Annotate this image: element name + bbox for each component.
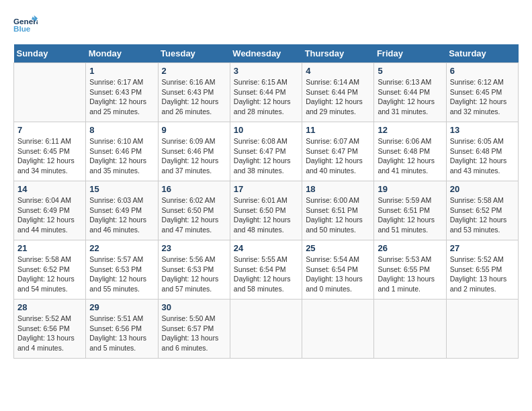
day-info: Sunrise: 5:58 AM Sunset: 6:52 PM Dayligh… <box>17 255 82 294</box>
calendar-cell: 9Sunrise: 6:09 AM Sunset: 6:46 PM Daylig… <box>158 122 230 181</box>
day-number: 7 <box>17 125 82 135</box>
day-number: 30 <box>162 302 226 312</box>
day-info: Sunrise: 6:00 AM Sunset: 6:51 PM Dayligh… <box>306 195 370 235</box>
day-number: 29 <box>89 302 154 312</box>
day-number: 8 <box>89 125 154 135</box>
calendar-cell: 3Sunrise: 6:15 AM Sunset: 6:44 PM Daylig… <box>230 63 302 122</box>
calendar-cell: 20Sunrise: 5:58 AM Sunset: 6:52 PM Dayli… <box>446 181 518 240</box>
header-friday: Friday <box>374 44 446 63</box>
page-header: General Blue <box>13 13 519 38</box>
day-number: 22 <box>89 243 154 253</box>
calendar-week-row: 7Sunrise: 6:11 AM Sunset: 6:45 PM Daylig… <box>14 122 519 181</box>
header-wednesday: Wednesday <box>230 44 302 63</box>
day-number: 23 <box>162 243 226 253</box>
day-number: 9 <box>162 125 226 135</box>
calendar-cell: 17Sunrise: 6:01 AM Sunset: 6:50 PM Dayli… <box>230 181 302 240</box>
calendar-cell: 18Sunrise: 6:00 AM Sunset: 6:51 PM Dayli… <box>302 181 374 240</box>
day-info: Sunrise: 5:52 AM Sunset: 6:56 PM Dayligh… <box>17 314 82 353</box>
day-info: Sunrise: 6:15 AM Sunset: 6:44 PM Dayligh… <box>234 77 298 117</box>
calendar-header-row: SundayMondayTuesdayWednesdayThursdayFrid… <box>14 44 519 63</box>
day-info: Sunrise: 6:16 AM Sunset: 6:43 PM Dayligh… <box>162 77 226 117</box>
day-number: 10 <box>234 125 298 135</box>
day-info: Sunrise: 6:12 AM Sunset: 6:45 PM Dayligh… <box>450 77 515 117</box>
calendar-cell: 2Sunrise: 6:16 AM Sunset: 6:43 PM Daylig… <box>158 63 230 122</box>
calendar-cell: 8Sunrise: 6:10 AM Sunset: 6:46 PM Daylig… <box>86 122 158 181</box>
day-info: Sunrise: 5:57 AM Sunset: 6:53 PM Dayligh… <box>89 255 154 294</box>
calendar-cell: 27Sunrise: 5:52 AM Sunset: 6:55 PM Dayli… <box>446 240 518 300</box>
calendar-cell: 21Sunrise: 5:58 AM Sunset: 6:52 PM Dayli… <box>14 240 86 300</box>
day-info: Sunrise: 5:58 AM Sunset: 6:52 PM Dayligh… <box>450 195 515 235</box>
day-info: Sunrise: 6:08 AM Sunset: 6:47 PM Dayligh… <box>234 136 298 176</box>
day-info: Sunrise: 6:06 AM Sunset: 6:48 PM Dayligh… <box>378 136 442 176</box>
day-number: 17 <box>234 184 298 194</box>
day-number: 15 <box>89 184 154 194</box>
calendar-cell: 1Sunrise: 6:17 AM Sunset: 6:43 PM Daylig… <box>86 63 158 122</box>
calendar-table: SundayMondayTuesdayWednesdayThursdayFrid… <box>13 44 519 359</box>
day-info: Sunrise: 5:55 AM Sunset: 6:54 PM Dayligh… <box>234 255 298 294</box>
day-info: Sunrise: 5:50 AM Sunset: 6:57 PM Dayligh… <box>162 314 226 353</box>
calendar-cell <box>230 300 302 359</box>
day-info: Sunrise: 6:09 AM Sunset: 6:46 PM Dayligh… <box>162 136 226 176</box>
logo: General Blue <box>13 13 38 38</box>
calendar-cell: 22Sunrise: 5:57 AM Sunset: 6:53 PM Dayli… <box>86 240 158 300</box>
day-info: Sunrise: 5:52 AM Sunset: 6:55 PM Dayligh… <box>450 255 515 294</box>
day-info: Sunrise: 6:10 AM Sunset: 6:46 PM Dayligh… <box>89 136 154 176</box>
calendar-cell <box>14 63 86 122</box>
logo-icon: General Blue <box>13 13 38 38</box>
calendar-cell: 23Sunrise: 5:56 AM Sunset: 6:53 PM Dayli… <box>158 240 230 300</box>
day-number: 16 <box>162 184 226 194</box>
day-number: 25 <box>306 243 370 253</box>
day-number: 12 <box>378 125 442 135</box>
calendar-week-row: 1Sunrise: 6:17 AM Sunset: 6:43 PM Daylig… <box>14 63 519 122</box>
day-info: Sunrise: 6:02 AM Sunset: 6:50 PM Dayligh… <box>162 195 226 235</box>
day-info: Sunrise: 6:17 AM Sunset: 6:43 PM Dayligh… <box>89 77 154 117</box>
day-number: 14 <box>17 184 82 194</box>
calendar-cell: 24Sunrise: 5:55 AM Sunset: 6:54 PM Dayli… <box>230 240 302 300</box>
day-info: Sunrise: 6:14 AM Sunset: 6:44 PM Dayligh… <box>306 77 370 117</box>
calendar-cell: 11Sunrise: 6:07 AM Sunset: 6:47 PM Dayli… <box>302 122 374 181</box>
day-number: 2 <box>162 66 226 76</box>
calendar-cell: 5Sunrise: 6:13 AM Sunset: 6:44 PM Daylig… <box>374 63 446 122</box>
calendar-cell: 25Sunrise: 5:54 AM Sunset: 6:54 PM Dayli… <box>302 240 374 300</box>
day-number: 26 <box>378 243 442 253</box>
day-info: Sunrise: 5:56 AM Sunset: 6:53 PM Dayligh… <box>162 255 226 294</box>
day-number: 18 <box>306 184 370 194</box>
day-number: 13 <box>450 125 515 135</box>
calendar-cell: 16Sunrise: 6:02 AM Sunset: 6:50 PM Dayli… <box>158 181 230 240</box>
calendar-week-row: 21Sunrise: 5:58 AM Sunset: 6:52 PM Dayli… <box>14 240 519 300</box>
header-monday: Monday <box>86 44 158 63</box>
day-number: 5 <box>378 66 442 76</box>
day-number: 11 <box>306 125 370 135</box>
day-number: 28 <box>17 302 82 312</box>
calendar-week-row: 14Sunrise: 6:04 AM Sunset: 6:49 PM Dayli… <box>14 181 519 240</box>
day-info: Sunrise: 6:13 AM Sunset: 6:44 PM Dayligh… <box>378 77 442 117</box>
calendar-cell <box>374 300 446 359</box>
day-info: Sunrise: 6:04 AM Sunset: 6:49 PM Dayligh… <box>17 195 82 235</box>
calendar-cell: 7Sunrise: 6:11 AM Sunset: 6:45 PM Daylig… <box>14 122 86 181</box>
calendar-week-row: 28Sunrise: 5:52 AM Sunset: 6:56 PM Dayli… <box>14 300 519 359</box>
day-number: 3 <box>234 66 298 76</box>
calendar-cell <box>302 300 374 359</box>
calendar-cell: 10Sunrise: 6:08 AM Sunset: 6:47 PM Dayli… <box>230 122 302 181</box>
calendar-cell: 30Sunrise: 5:50 AM Sunset: 6:57 PM Dayli… <box>158 300 230 359</box>
day-number: 24 <box>234 243 298 253</box>
day-info: Sunrise: 6:05 AM Sunset: 6:48 PM Dayligh… <box>450 136 515 176</box>
calendar-cell: 4Sunrise: 6:14 AM Sunset: 6:44 PM Daylig… <box>302 63 374 122</box>
day-info: Sunrise: 6:11 AM Sunset: 6:45 PM Dayligh… <box>17 136 82 176</box>
calendar-cell: 14Sunrise: 6:04 AM Sunset: 6:49 PM Dayli… <box>14 181 86 240</box>
calendar-cell: 6Sunrise: 6:12 AM Sunset: 6:45 PM Daylig… <box>446 63 518 122</box>
day-number: 6 <box>450 66 515 76</box>
calendar-cell: 12Sunrise: 6:06 AM Sunset: 6:48 PM Dayli… <box>374 122 446 181</box>
day-info: Sunrise: 6:01 AM Sunset: 6:50 PM Dayligh… <box>234 195 298 235</box>
day-number: 19 <box>378 184 442 194</box>
day-info: Sunrise: 5:53 AM Sunset: 6:55 PM Dayligh… <box>378 255 442 294</box>
header-tuesday: Tuesday <box>158 44 230 63</box>
calendar-cell: 28Sunrise: 5:52 AM Sunset: 6:56 PM Dayli… <box>14 300 86 359</box>
header-saturday: Saturday <box>446 44 518 63</box>
calendar-cell: 19Sunrise: 5:59 AM Sunset: 6:51 PM Dayli… <box>374 181 446 240</box>
day-info: Sunrise: 6:03 AM Sunset: 6:49 PM Dayligh… <box>89 195 154 235</box>
header-thursday: Thursday <box>302 44 374 63</box>
calendar-cell: 26Sunrise: 5:53 AM Sunset: 6:55 PM Dayli… <box>374 240 446 300</box>
day-info: Sunrise: 5:59 AM Sunset: 6:51 PM Dayligh… <box>378 195 442 235</box>
calendar-cell: 29Sunrise: 5:51 AM Sunset: 6:56 PM Dayli… <box>86 300 158 359</box>
